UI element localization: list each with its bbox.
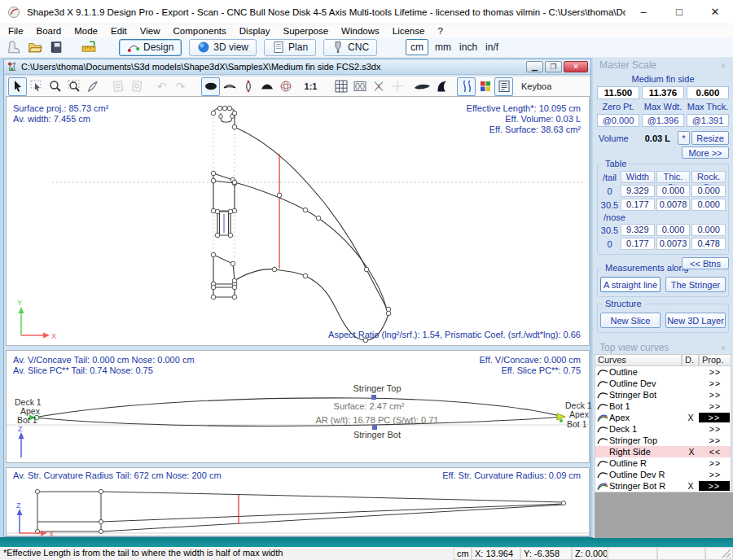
curve-row-right-side-selected[interactable]: Right Side X << (595, 446, 731, 457)
curve-row-outline[interactable]: Outline >> (595, 366, 731, 378)
3d-view-mode-button[interactable]: 3D view (189, 39, 257, 56)
menu-view[interactable]: View (134, 26, 167, 36)
new-3d-layer-button[interactable]: New 3D Layer (665, 313, 726, 328)
thic-str-header[interactable]: Thic. Str (656, 171, 691, 183)
cnc-mode-button[interactable]: CNC (323, 39, 377, 56)
color-settings-button[interactable] (476, 77, 494, 96)
curvature-view-pane[interactable]: Z X Av. Str. Curvature Radius Tail: 672 … (6, 467, 590, 536)
prop-button[interactable]: >> (700, 367, 731, 377)
design-mode-button[interactable]: Design (119, 39, 182, 56)
redo-button[interactable]: ↷ (171, 77, 190, 96)
paste-tool-button[interactable] (127, 77, 146, 96)
zero-pt-at[interactable]: @0.000 (597, 114, 639, 127)
master-scale-close-icon[interactable]: x (718, 60, 728, 70)
curve-row-apex[interactable]: Apex X >> (595, 412, 731, 423)
document-titlebar[interactable]: C:\Users\thoma\Documents\S3d models\Shap… (4, 59, 590, 75)
prop-button[interactable]: >> (700, 424, 731, 434)
curvature-view-button[interactable] (457, 77, 476, 96)
new-slice-button[interactable]: New Slice (600, 313, 661, 328)
curve-row-outline-dev-r[interactable]: Outline Dev R >> (595, 469, 731, 480)
menu-windows[interactable]: Windows (335, 26, 386, 36)
length-value[interactable]: 11.500 (597, 86, 639, 99)
outline-view-button[interactable] (201, 77, 220, 96)
scale-ruler-icon[interactable] (80, 38, 98, 56)
prop-button[interactable]: >> (699, 413, 730, 422)
wireframe-view-button[interactable] (276, 77, 295, 96)
list-panel-button[interactable] (494, 77, 513, 96)
one-to-one-button[interactable]: 1:1 (301, 77, 320, 96)
open-file-icon[interactable] (26, 38, 44, 56)
width-header[interactable]: Width (621, 171, 655, 183)
copy-tool-button[interactable] (108, 77, 127, 96)
prop-button[interactable]: >> (699, 481, 730, 491)
doc-close-button[interactable]: ✕ (564, 61, 588, 72)
prop-button[interactable]: >> (700, 378, 731, 388)
menu-edit[interactable]: Edit (104, 26, 134, 36)
curve-row-stringer-bot[interactable]: Stringer Bot >> (595, 389, 731, 400)
more-button[interactable]: More >> (682, 147, 729, 159)
slice-view-button[interactable] (239, 77, 257, 96)
prop-button[interactable]: >> (700, 435, 731, 445)
deck-view-button[interactable] (257, 77, 276, 96)
prop-button[interactable]: >> (700, 470, 731, 479)
curve-row-outline-dev[interactable]: Outline Dev >> (595, 378, 731, 389)
resize-button[interactable]: Resize (691, 131, 729, 145)
unit-mm-button[interactable]: mm (431, 42, 455, 53)
close-button[interactable]: ✕ (697, 0, 733, 24)
top-view-pane[interactable]: Y X Surface proj.: 85.73 cm² Av. width: … (6, 96, 590, 346)
d-column-header[interactable]: D. (682, 354, 699, 366)
menu-board[interactable]: Board (30, 26, 68, 36)
menu-superpose[interactable]: Superpose (276, 26, 335, 36)
menu-display[interactable]: Display (233, 26, 277, 36)
menu-license[interactable]: License (386, 26, 432, 36)
btns-toggle-button[interactable]: << Btns (682, 257, 729, 269)
rocker-view-button[interactable] (220, 77, 239, 96)
plan-mode-button[interactable]: Plan (264, 39, 316, 56)
thickness-value[interactable]: 0.600 (687, 86, 729, 99)
unit-cm-button[interactable]: cm (406, 39, 428, 55)
new-board-icon[interactable] (5, 38, 23, 56)
fin-view-button[interactable] (432, 77, 450, 96)
prop-column-header[interactable]: Prop. (699, 354, 731, 366)
minimize-button[interactable]: – (625, 0, 661, 24)
curves-panel-close-icon[interactable]: x (718, 343, 728, 352)
stringer-button[interactable]: The Stringer (665, 277, 726, 292)
doc-minimize-button[interactable]: ▁ (526, 61, 543, 72)
max-thck-at[interactable]: @1.391 (687, 114, 729, 127)
width-value[interactable]: 11.376 (642, 86, 684, 99)
pointer-tool-button[interactable] (8, 77, 27, 96)
measure-tool-button[interactable] (369, 77, 388, 96)
curve-row-stringer-top[interactable]: Stringer Top >> (595, 435, 731, 446)
prop-button[interactable]: >> (700, 458, 731, 468)
rock-str-header[interactable]: Rock. Str (691, 171, 726, 183)
prop-button[interactable]: << (700, 447, 731, 457)
menu-components[interactable]: Components (167, 26, 233, 36)
apex-right-marker[interactable] (557, 413, 565, 420)
board-view-button[interactable] (413, 77, 432, 96)
menu-file[interactable]: File (2, 26, 30, 36)
curve-row-stringer-bot-r[interactable]: Stringer Bot R X >> (595, 480, 731, 492)
unit-inf-button[interactable]: in/f (481, 42, 503, 53)
pan-tool-button[interactable] (83, 77, 102, 96)
zoom-window-tool-button[interactable] (64, 77, 83, 96)
profile-view-pane[interactable]: Z Av. V/Concave Tail: 0.000 cm Nose: 0.0… (6, 350, 590, 463)
slices-panel-button[interactable] (350, 77, 369, 96)
prop-button[interactable]: >> (700, 401, 731, 411)
zoom-tool-button[interactable] (46, 77, 64, 96)
maximize-button[interactable]: □ (661, 0, 697, 24)
menu-mode[interactable]: Mode (68, 26, 104, 36)
straight-line-button[interactable]: A straight line (600, 277, 661, 292)
curve-row-bot1[interactable]: Bot 1 >> (595, 400, 731, 412)
undo-button[interactable]: ↶ (152, 77, 171, 96)
max-wdt-at[interactable]: @1.396 (642, 114, 684, 127)
doc-restore-button[interactable]: ❐ (545, 61, 562, 72)
stringer-top-handle[interactable] (371, 395, 376, 400)
axes-cross-button[interactable] (388, 77, 406, 96)
select-zone-tool-button[interactable] (27, 77, 46, 96)
curve-row-deck1[interactable]: Deck 1 >> (595, 423, 731, 435)
prop-button[interactable]: >> (700, 390, 731, 400)
star-button[interactable]: * (678, 131, 690, 145)
curves-column-header[interactable]: Curves (595, 354, 682, 366)
save-icon[interactable] (47, 38, 65, 56)
menu-help[interactable]: ? (431, 26, 449, 36)
